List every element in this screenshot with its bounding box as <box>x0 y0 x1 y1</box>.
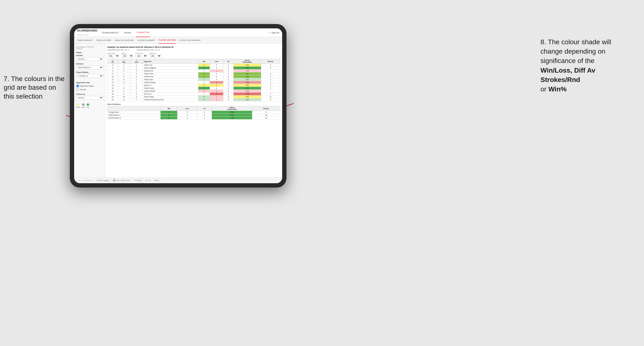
save-custom-btn[interactable]: 💾 Save Custom View <box>112 179 132 182</box>
grid-area: Katelyn Vo Head-to-Head Grid for Women's… <box>106 44 282 177</box>
top100-radio[interactable]: Top 100 <box>76 88 103 91</box>
table-row: 11 8 1 Heeju Hyun 1 0 0 3.33 3 <box>108 78 280 81</box>
watch-icon: 👁 <box>134 179 136 181</box>
subnav-player-summary[interactable]: PLAYER SUMMARY <box>138 37 155 44</box>
subnav-player-h2h-heatmap[interactable]: PLAYER H2H HEATMAP <box>179 37 201 44</box>
out-of-division-label: Out of division <box>107 103 280 105</box>
region-select[interactable]: (All) <box>121 54 133 57</box>
colour-by-select[interactable]: Win/loss <box>76 96 103 100</box>
subnav-team-summary[interactable]: TEAM SUMMARY <box>77 37 93 44</box>
undo-icon[interactable]: ↩ <box>76 179 78 181</box>
table-row: 10 6 3 Andrea York 2 0 0 4.00 4 <box>108 75 280 78</box>
nav-committee[interactable]: COMMITTEE <box>136 28 150 37</box>
table-row: 5 2 2 Alexis Sudjianto 1 0 0 4.00 3 <box>108 67 280 69</box>
table-row: 15 8 5 Stella Cheng 1 0 0 1.25 4 <box>108 87 280 90</box>
eye-icon: 👁 <box>96 179 98 181</box>
col-div: #Div <box>108 59 118 64</box>
table-row: 14 7 4 Eunice Yi 2 2 0 0.38 9 <box>108 84 280 87</box>
subnav-team-h2h-grid[interactable]: TEAM H2H GRID <box>96 37 111 44</box>
nav-right: | Sign out <box>269 31 279 34</box>
clock-icon[interactable]: ⊙ <box>90 179 92 181</box>
level-dot <box>77 103 79 106</box>
table-row: 6 3 3 Sydney Kuo 0 1 0 -1.00 <box>108 69 280 72</box>
table-row: 9 1 4 Sharon Mun 2 0 0 3.67 3 <box>108 72 280 75</box>
table-row: 13 8 1 Jessica Huang 0 1 0 -3.00 2 <box>108 81 280 84</box>
ood-table-row: Foreign Team 1 0 0 4.500 2 <box>108 111 280 114</box>
table-row: 18 2 2 Euna Lee 0 2 0 -5.00 2 <box>108 93 280 95</box>
colour-legend: Down Level Up <box>76 103 103 108</box>
left-panel: Last Updated: 27/03/2024 16:55:38 Player… <box>74 44 106 177</box>
share-btn[interactable]: ↗ Share <box>152 179 161 182</box>
opponents-select[interactable]: (All) <box>107 54 120 57</box>
nav-teams[interactable]: TEAMS <box>123 28 132 37</box>
save-icon: 💾 <box>113 179 115 181</box>
col-win: Win <box>198 59 210 64</box>
conference-filter: Conference (All) <box>135 52 147 57</box>
nav-bar: SCOREBOARD Powered by clippd TOURNAMENTS… <box>74 28 282 37</box>
opponent-view-radios: Opponents Played Top 100 <box>76 84 103 91</box>
division-label: Division <box>76 63 103 65</box>
subnav-player-h2h-grid[interactable]: PLAYER H2H GRID <box>159 37 176 44</box>
table-row: 20 11 7 Federica Domecq Lacroze 2 1 0 1.… <box>108 98 280 101</box>
col-tie: Tie <box>224 59 233 64</box>
grid-records: Overall Record: 353 - 34 - 6 Division Re… <box>107 49 280 51</box>
view-original-btn[interactable]: 👁 View: Original <box>95 179 110 182</box>
col-loss: Loss <box>210 59 223 64</box>
toolbar-divider <box>93 179 94 182</box>
col-conf: #Conf <box>130 59 143 64</box>
col-opponent: Opponent <box>143 59 198 64</box>
col-reg: #Reg <box>118 59 130 64</box>
division-select[interactable]: NCAA Division III <box>76 66 103 69</box>
subnav-team-h2h-heatmap[interactable]: TEAM H2H HEATMAP <box>114 37 134 44</box>
level-dot <box>82 103 84 106</box>
tablet-screen: SCOREBOARD Powered by clippd TOURNAMENTS… <box>74 28 282 183</box>
ood-table: Win Loss Tie Diff AvStrokes/Rnd Rounds F… <box>107 106 280 120</box>
gender-label: Gender <box>76 54 103 56</box>
tablet-frame: SCOREBOARD Powered by clippd TOURNAMENTS… <box>70 24 286 187</box>
player-rank-label: Player (Rank) <box>76 71 103 73</box>
table-row: 16 2 1 Jessica Mason 1 2 0 -0.94 <box>108 90 280 93</box>
opponents-played-radio[interactable]: Opponents Played <box>76 84 103 88</box>
main-content: Last Updated: 27/03/2024 16:55:38 Player… <box>74 44 282 177</box>
col-rounds: Rounds <box>261 59 280 64</box>
last-updated: Last Updated: 27/03/2024 16:55:38 <box>76 46 103 49</box>
ood-table-row: NCAA Division 2 5 0 0 7.400 10 <box>108 117 280 120</box>
table-row: 3 1 1 Esther Lee 1 0 1 1.50 4 <box>108 64 280 67</box>
player-rank-select[interactable]: 8. Katelyn Vo <box>76 74 103 78</box>
filters-row: Opponents: (All) Region (All) Conference… <box>107 52 280 57</box>
opponent-view-section: Opponent view Opponents Played Top 100 <box>76 82 103 91</box>
annotation-right: 8. The colour shade will change dependin… <box>540 37 632 94</box>
bottom-toolbar: ↩ ↪ ↩ ⧉ ⊡ ⊙ 👁 View: Original 💾 Save Cust… <box>74 177 282 183</box>
nav-items: TOURNAMENTS TEAMS COMMITTEE <box>101 28 150 37</box>
sign-out-link[interactable]: Sign out <box>271 31 279 34</box>
paste-icon[interactable]: ⊡ <box>88 179 89 181</box>
sub-nav: TEAM SUMMARY TEAM H2H GRID TEAM H2H HEAT… <box>74 37 282 44</box>
colour-by-label: Colour by <box>76 93 103 95</box>
share-icon: ↗ <box>153 179 154 181</box>
watch-btn[interactable]: 👁 Watch ▾ <box>133 179 144 182</box>
copy-icon[interactable]: ⧉ <box>85 179 86 181</box>
opponents-filter: Opponents: (All) <box>107 52 120 57</box>
region-filter: Region (All) <box>121 52 133 57</box>
opponent-select[interactable]: (All) <box>149 54 161 57</box>
redo-icon[interactable]: ↪ <box>79 179 80 181</box>
undo2-icon[interactable]: ↩ <box>82 179 83 181</box>
nav-tournaments[interactable]: TOURNAMENTS <box>101 28 119 37</box>
gender-select[interactable]: Women's <box>76 57 103 61</box>
table-row: 19 10 6 Emily Chang 4 1 0 0.30 11 <box>108 95 280 98</box>
ood-table-row: NAIA Division 1 15 0 0 9.267 30 <box>108 114 280 117</box>
col-diff: Diff AvStrokes/Rnd <box>233 59 261 64</box>
logo: SCOREBOARD Powered by clippd <box>77 29 98 36</box>
conference-select[interactable]: (All) <box>135 54 147 57</box>
player-section-label: Player <box>76 51 103 54</box>
opponent-filter: Opponent (All) <box>149 52 161 57</box>
grid-title: Katelyn Vo Head-to-Head Grid for Women's… <box>107 46 280 48</box>
annotation-left: 7. The colours in the grid are based on … <box>4 75 66 101</box>
up-dot <box>87 103 89 106</box>
main-table: #Div #Reg #Conf Opponent Win Loss Tie Di… <box>107 59 280 101</box>
